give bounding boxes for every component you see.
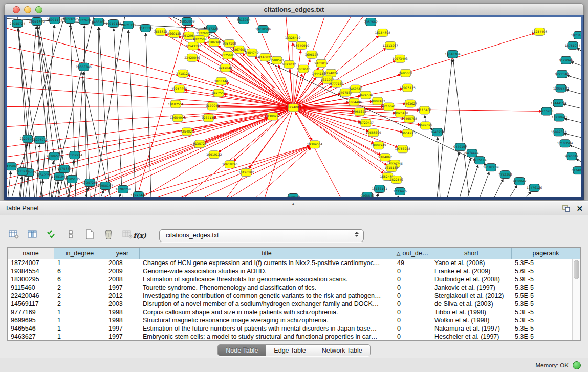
zoom-window-button[interactable]	[35, 6, 42, 13]
table-row[interactable]: 946362711997Embryonic stem cells: a mode…	[8, 333, 573, 340]
graph-node[interactable]: 9822037	[282, 60, 296, 68]
graph-node[interactable]: 7663822	[154, 28, 167, 35]
graph-node[interactable]: 12444157	[551, 99, 567, 107]
minimize-window-button[interactable]	[24, 6, 31, 13]
graph-node[interactable]: 8510547	[287, 194, 300, 197]
graph-node[interactable]: 7254024	[180, 128, 194, 136]
graph-node[interactable]: 10807487	[370, 97, 386, 105]
column-header-name[interactable]: name	[8, 248, 54, 259]
graph-node[interactable]: 8215953	[540, 107, 554, 115]
column-visibility-button[interactable]	[26, 229, 39, 242]
new-table-button[interactable]	[83, 229, 96, 242]
graph-node[interactable]: 10719135	[105, 19, 121, 27]
graph-node[interactable]: 7515526	[139, 24, 153, 32]
network-window[interactable]: citations_edges.txt 24055724206914062697…	[4, 3, 584, 200]
graph-node[interactable]: 12476126	[527, 184, 542, 192]
graph-node[interactable]: 9474444	[465, 149, 479, 157]
graph-node[interactable]: 14136141	[372, 185, 387, 193]
graph-node[interactable]: 8466160	[92, 18, 105, 26]
graph-node[interactable]: 9660125	[167, 30, 181, 37]
graph-node[interactable]: 1527602	[77, 17, 91, 24]
network-canvas[interactable]: 2405572420691406269711741065326715276028…	[7, 17, 581, 197]
graph-node[interactable]: 20691406	[29, 17, 45, 25]
graph-node[interactable]: 3913919	[16, 168, 30, 176]
graph-node[interactable]: 19218596	[255, 25, 271, 33]
table-row[interactable]: 1938455462009Genome-wide association stu…	[8, 267, 573, 275]
graph-node[interactable]: 16210643	[552, 114, 568, 121]
graph-node[interactable]: 9465546	[360, 192, 374, 197]
graph-node[interactable]: 12213967	[382, 41, 398, 49]
graph-node[interactable]: 1862615	[297, 65, 311, 73]
graph-node[interactable]: 17957252	[82, 179, 98, 187]
tab-edge-table[interactable]: Edge Table	[266, 345, 314, 356]
graph-node[interactable]: 9827508	[223, 39, 236, 47]
column-header-title[interactable]: title	[140, 248, 394, 259]
graph-node[interactable]: 12610740	[222, 161, 238, 168]
column-header-in_degree[interactable]: in_degree	[54, 248, 105, 259]
graph-node[interactable]: 9242848	[219, 64, 232, 72]
graph-node[interactable]: 12093872	[553, 84, 569, 92]
function-builder-button[interactable]: f(x)	[133, 229, 146, 242]
column-header-out_de[interactable]: △out_de…	[394, 248, 431, 259]
graph-node[interactable]: 9699695	[419, 122, 432, 129]
graph-node[interactable]: 6216041	[382, 103, 396, 111]
select-all-button[interactable]	[45, 229, 58, 242]
graph-node[interactable]: 11254498	[532, 28, 548, 35]
column-header-short[interactable]: short	[431, 248, 512, 259]
import-table-button[interactable]	[121, 229, 134, 242]
graph-node[interactable]: 9245012	[565, 152, 579, 160]
column-header-pagerank[interactable]: pagerank	[512, 248, 580, 259]
graph-node[interactable]: 15720437	[358, 119, 374, 127]
graph-node[interactable]: 16154808	[375, 29, 390, 36]
graph-node[interactable]: 1615132	[384, 164, 398, 172]
table-row[interactable]: 2242004622012Investigating the contribut…	[8, 292, 573, 300]
graph-node[interactable]: 7792363	[498, 171, 512, 179]
graph-node[interactable]: 9975887	[57, 165, 71, 173]
graph-node[interactable]: 9450042	[513, 178, 527, 185]
graph-node[interactable]: 17359924	[67, 151, 83, 159]
citation-network-graph[interactable]: 2405572420691406269711741065326715276028…	[7, 17, 581, 197]
close-panel-icon[interactable]: ✕	[576, 205, 583, 212]
graph-node[interactable]: 10653267	[62, 17, 78, 23]
graph-node[interactable]: 9135720	[193, 140, 207, 148]
graph-node[interactable]: 12923446	[130, 192, 146, 197]
graph-node[interactable]: 10196582	[238, 169, 254, 177]
graph-node[interactable]: 18731442	[571, 31, 581, 39]
graph-node[interactable]: 19756928	[395, 145, 410, 153]
graph-node[interactable]: 9115460	[418, 106, 431, 114]
graph-node[interactable]: 15992091	[551, 128, 567, 136]
graph-node[interactable]: 9777169	[330, 80, 344, 87]
graph-node[interactable]: 24055724	[10, 19, 26, 27]
graph-node[interactable]: 17103504	[557, 140, 573, 147]
graph-node[interactable]: 2803144	[214, 77, 228, 85]
graph-node[interactable]: 16919122	[206, 151, 222, 159]
graph-node[interactable]: 10688609	[366, 129, 382, 137]
graph-node[interactable]: 8186328	[207, 38, 221, 46]
graph-node[interactable]: 9170046	[206, 102, 220, 110]
graph-node[interactable]: 8813054	[237, 17, 251, 24]
table-row[interactable]: 977716911998Corpus callosum shape and si…	[8, 308, 573, 316]
column-header-year[interactable]: year	[105, 248, 140, 259]
table-row[interactable]: 969969511998Structural magnetic resonanc…	[8, 316, 573, 324]
window-titlebar[interactable]: citations_edges.txt	[4, 3, 584, 16]
graph-node[interactable]: 1696178	[305, 51, 319, 58]
graph-node[interactable]: 9227343	[555, 70, 569, 78]
delete-table-button[interactable]	[102, 229, 115, 242]
graph-node[interactable]: 18107554	[168, 100, 184, 108]
graph-node[interactable]: 9463627	[403, 100, 417, 107]
graph-node[interactable]: 2087682	[364, 18, 378, 26]
graph-node[interactable]: 26971174	[47, 17, 63, 24]
graph-node[interactable]: 1640954	[430, 128, 444, 136]
graph-node[interactable]: 2935174	[473, 157, 487, 164]
tab-network-table[interactable]: Network Table	[314, 345, 370, 356]
graph-node[interactable]: 1733426	[393, 188, 407, 195]
row-selection-button[interactable]	[64, 229, 77, 242]
graph-node[interactable]: 5175685	[221, 51, 235, 59]
table-source-select[interactable]: citations_edges.txt	[159, 229, 364, 242]
table-row[interactable]: 1456911722003Disruption of a novel membe…	[8, 300, 573, 308]
graph-node[interactable]: 2867608	[232, 46, 246, 53]
graph-node[interactable]: 8427552	[212, 89, 226, 97]
scrollbar-thumb[interactable]	[574, 260, 579, 279]
table-settings-button[interactable]	[7, 229, 20, 242]
graph-node[interactable]: 3624534	[359, 91, 373, 99]
